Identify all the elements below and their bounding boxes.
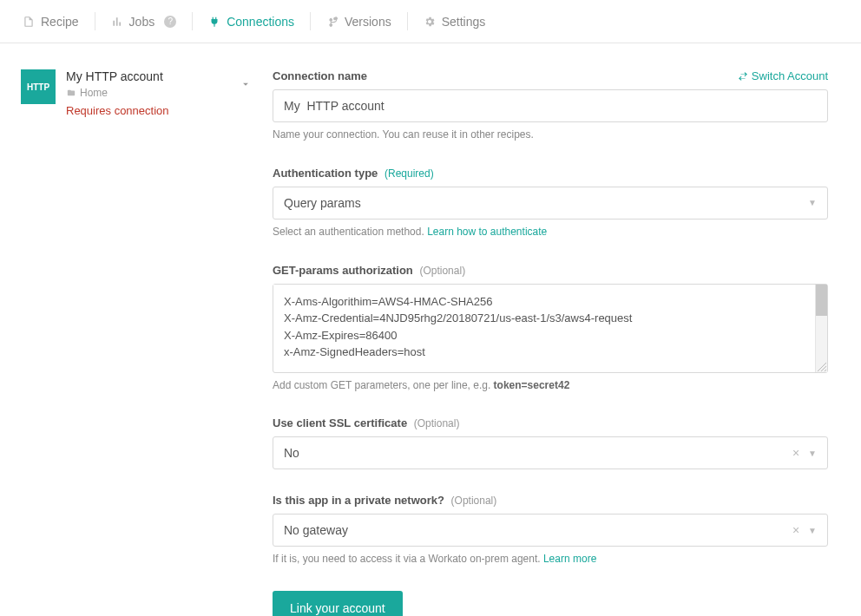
optional-tag: (Optional) — [451, 495, 497, 507]
field-hint: Name your connection. You can reuse it i… — [273, 128, 828, 142]
scrollbar-thumb[interactable] — [816, 285, 827, 316]
field-label: Is this app in a private network? — [273, 494, 444, 507]
tab-settings[interactable]: Settings — [408, 15, 502, 29]
connection-location: Home — [66, 87, 226, 99]
field-label: Connection name — [273, 69, 367, 82]
connection-status: Requires connection — [66, 104, 226, 117]
folder-icon — [66, 88, 76, 97]
select-value: No — [284, 446, 299, 460]
tab-label: Recipe — [41, 15, 79, 29]
gear-icon — [424, 16, 436, 28]
chevron-down-icon[interactable] — [236, 75, 255, 96]
caret-down-icon: ▼ — [808, 449, 817, 458]
learn-more-link[interactable]: Learn more — [543, 553, 596, 565]
swap-icon — [738, 71, 748, 82]
field-label: Authentication type — [273, 167, 378, 180]
connection-name-input[interactable] — [273, 89, 828, 122]
auth-type-select[interactable]: Query params ▼ — [273, 187, 828, 220]
field-get-params: GET-params authorization (Optional) Add … — [273, 264, 828, 393]
connection-title: My HTTP account — [66, 69, 226, 83]
tab-connections[interactable]: Connections — [193, 15, 310, 29]
field-label: GET-params authorization — [273, 264, 413, 277]
optional-tag: (Optional) — [419, 265, 465, 277]
main: HTTP My HTTP account Home Requires conne… — [0, 43, 861, 616]
field-private-network: Is this app in a private network? (Optio… — [273, 494, 828, 567]
form: Connection name Switch Account Name your… — [273, 69, 828, 616]
hint-text: Add custom GET parameters, one per line,… — [273, 379, 494, 391]
top-tabs: Recipe Jobs ? Connections Versions — [0, 0, 861, 43]
file-icon — [23, 16, 35, 28]
hint-example: token=secret42 — [494, 379, 570, 391]
scrollbar[interactable] — [815, 285, 827, 372]
tab-versions[interactable]: Versions — [311, 15, 407, 29]
caret-down-icon: ▼ — [808, 198, 817, 207]
private-network-select[interactable]: No gateway × ▼ — [273, 514, 828, 547]
field-label: Use client SSL certificate — [273, 416, 407, 429]
caret-down-icon: ▼ — [808, 526, 817, 535]
hint-text: If it is, you need to access it via a Wo… — [273, 553, 543, 565]
clear-icon[interactable]: × — [792, 446, 799, 460]
field-ssl: Use client SSL certificate (Optional) No… — [273, 416, 828, 469]
select-value: No gateway — [284, 523, 348, 537]
bar-chart-icon — [111, 16, 123, 28]
switch-account-label: Switch Account — [752, 69, 828, 82]
tab-label: Versions — [345, 15, 391, 29]
field-auth-type: Authentication type (Required) Query par… — [273, 167, 828, 239]
learn-auth-link[interactable]: Learn how to authenticate — [427, 226, 547, 238]
tab-jobs[interactable]: Jobs ? — [95, 15, 193, 29]
hint-text: Select an authentication method. — [273, 226, 427, 238]
required-tag: (Required) — [384, 167, 434, 180]
link-account-button[interactable]: Link your account — [273, 591, 403, 616]
tab-recipe[interactable]: Recipe — [7, 15, 95, 29]
sidebar: HTTP My HTTP account Home Requires conne… — [21, 69, 255, 616]
tab-label: Connections — [227, 15, 294, 29]
help-icon[interactable]: ? — [164, 16, 176, 28]
home-label: Home — [80, 87, 108, 99]
plug-icon — [208, 16, 220, 28]
ssl-select[interactable]: No × ▼ — [273, 436, 828, 469]
switch-account-link[interactable]: Switch Account — [738, 69, 828, 82]
field-connection-name: Connection name Switch Account Name your… — [273, 69, 828, 142]
optional-tag: (Optional) — [414, 417, 460, 429]
get-params-textarea[interactable] — [273, 285, 815, 370]
tab-label: Jobs — [129, 15, 155, 29]
branch-icon — [326, 16, 338, 28]
connection-card[interactable]: HTTP My HTTP account Home Requires conne… — [21, 69, 255, 117]
clear-icon[interactable]: × — [792, 523, 799, 537]
http-app-icon: HTTP — [21, 69, 56, 104]
select-value: Query params — [284, 196, 361, 210]
tab-label: Settings — [442, 15, 486, 29]
resize-handle[interactable] — [815, 360, 827, 372]
